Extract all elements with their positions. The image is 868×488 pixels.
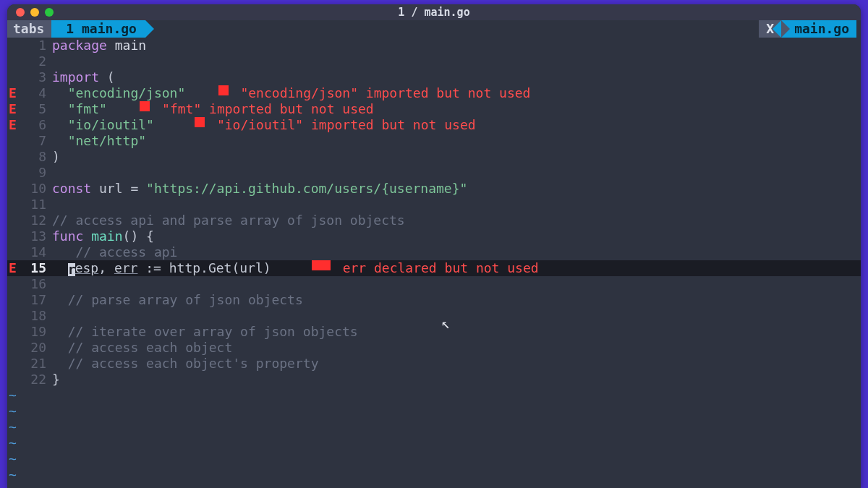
line-number: 18 [19,308,52,324]
error-message: "io/ioutil" imported but not used [209,117,475,133]
line-number: 3 [19,69,52,85]
error-sign [7,165,19,181]
line-number: 21 [19,356,52,372]
text-cursor: r [68,263,75,276]
error-message: "encoding/json" imported but not used [233,85,531,101]
line-number: 14 [19,244,52,260]
code-content[interactable]: // access api and parse array of json ob… [52,213,405,228]
empty-line: ~ [7,435,861,451]
code-content[interactable]: package main [52,38,146,53]
code-content[interactable]: // access api [52,244,177,260]
code-line[interactable]: 18 [7,308,861,324]
code-line[interactable]: 20 // access each object [7,340,861,356]
code-content[interactable]: } [52,372,60,388]
code-line[interactable]: E4 "encoding/json" "encoding/json" impor… [7,85,861,101]
code-line[interactable]: 21 // access each object's property [7,356,861,372]
error-marker-icon [312,260,331,270]
error-sign [7,149,19,165]
code-line[interactable]: E6 "io/ioutil" "io/ioutil" imported but … [7,117,861,133]
zoom-window-icon[interactable] [45,8,54,17]
code-line[interactable]: 7 "net/http" [7,133,861,149]
error-sign: E [7,117,19,133]
line-number: 1 [19,38,52,53]
error-sign: E [7,85,19,101]
code-content[interactable]: // parse array of json objects [52,292,303,308]
titlebar: 1 / main.go [7,4,861,20]
line-number: 10 [19,181,52,197]
code-content[interactable]: "net/http" [52,133,146,149]
code-line[interactable]: E15 resp, err := http.Get(url) err decla… [7,260,861,276]
code-line[interactable]: 11 [7,197,861,213]
line-number: 16 [19,276,52,292]
error-marker-icon [195,117,205,127]
code-content[interactable]: "fmt" [52,101,107,117]
code-line[interactable]: 19 // iterate over array of json objects [7,324,861,340]
error-sign [7,276,19,292]
tab-bar: tabs 1 main.go X main.go [7,20,861,38]
empty-line: ~ [7,467,861,483]
empty-line: ~ [7,419,861,435]
empty-line: ~ [7,451,861,467]
code-content[interactable]: // access each object's property [52,356,318,372]
code-line[interactable]: 2 [7,53,861,69]
code-content[interactable]: const url = "https://api.github.com/user… [52,181,467,197]
window-title: 1 / main.go [7,4,861,20]
error-sign [7,181,19,197]
line-number: 8 [19,149,52,165]
close-window-icon[interactable] [16,8,25,17]
error-sign [7,372,19,388]
error-sign [7,292,19,308]
code-content[interactable]: // access each object [52,340,232,356]
code-content[interactable]: ) [52,149,60,165]
error-sign: E [7,260,19,276]
editor-window: 1 / main.go tabs 1 main.go X main.go 1pa… [7,4,861,488]
line-number: 20 [19,340,52,356]
tab-main-go[interactable]: 1 main.go [51,20,145,38]
error-sign [7,133,19,149]
line-number: 13 [19,228,52,244]
code-line[interactable]: 3import ( [7,69,861,85]
error-marker-icon [218,85,229,95]
error-sign [7,324,19,340]
code-line[interactable]: 13func main() { [7,228,861,244]
error-sign [7,244,19,260]
code-content[interactable]: // iterate over array of json objects [52,324,358,340]
tabbar-right: X main.go [759,20,856,38]
error-message: "fmt" imported but not used [154,101,373,117]
code-line[interactable]: 9 [7,165,861,181]
line-number: 6 [19,117,52,133]
error-sign [7,228,19,244]
error-sign: E [7,101,19,117]
error-sign [7,197,19,213]
error-sign [7,213,19,228]
minimize-window-icon[interactable] [30,8,39,17]
error-sign [7,340,19,356]
line-number: 2 [19,53,52,69]
error-sign [7,53,19,69]
code-line[interactable]: 1package main [7,38,861,53]
line-number: 11 [19,197,52,213]
line-number: 17 [19,292,52,308]
code-content[interactable]: "encoding/json" [52,85,185,101]
code-line[interactable]: E5 "fmt" "fmt" imported but not used [7,101,861,117]
code-content[interactable]: resp, err := http.Get(url) [52,260,271,276]
error-sign [7,356,19,372]
line-number: 5 [19,101,52,117]
code-line[interactable]: 12// access api and parse array of json … [7,213,861,228]
code-line[interactable]: 10const url = "https://api.github.com/us… [7,181,861,197]
code-line[interactable]: 14 // access api [7,244,861,260]
line-number: 4 [19,85,52,101]
tab-filename-right[interactable]: main.go [781,20,856,38]
code-line[interactable]: 8) [7,149,861,165]
code-line[interactable]: 22} [7,372,861,388]
line-number: 19 [19,324,52,340]
code-content[interactable]: func main() { [52,228,154,244]
line-number: 12 [19,213,52,228]
code-line[interactable]: 17 // parse array of json objects [7,292,861,308]
error-sign [7,69,19,85]
empty-line: ~ [7,388,861,403]
code-content[interactable]: "io/ioutil" [52,117,154,133]
code-line[interactable]: 16 [7,276,861,292]
code-content[interactable]: import ( [52,69,115,85]
code-editor[interactable]: 1package main23import (E4 "encoding/json… [7,38,861,488]
